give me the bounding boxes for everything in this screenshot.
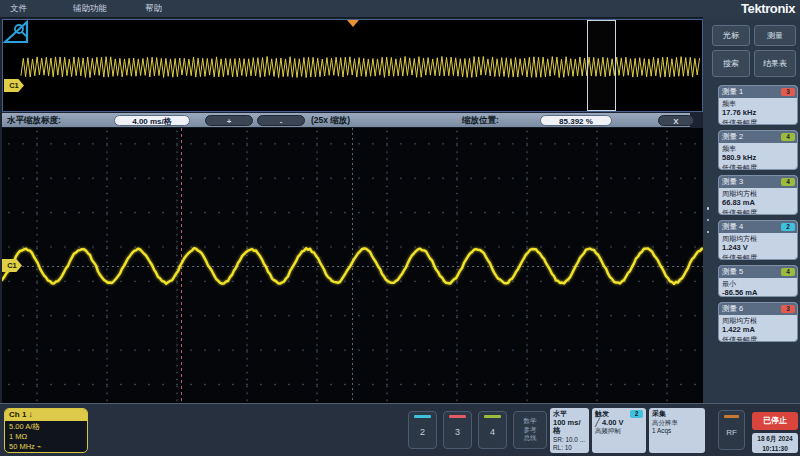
zoom-close-button[interactable]: X — [658, 115, 694, 126]
measurement-4-value: 1.243 V — [722, 243, 794, 253]
main-waveform-display[interactable]: C1 — [2, 128, 703, 403]
channel4-color-line — [484, 415, 501, 418]
right-sidebar: 光标 测量 搜索 结果表 测量 1 3 频率 17.76 kHz 低信号幅度 测… — [703, 17, 800, 403]
measurement-1-source-badge: 3 — [781, 88, 795, 96]
measurement-6-source-badge: 3 — [781, 305, 795, 313]
measurement-4-note: 低信号幅度 — [722, 253, 794, 261]
measurement-6-value: 1.422 mA — [722, 325, 794, 335]
trigger-slope-icon: ╱ — [595, 418, 600, 427]
measurement-6-note: 低信号幅度 — [722, 335, 794, 343]
horizontal-zoom-bar: 水平缩放标度: 4.00 ms/格 + - (25x 缩放) 缩放位置: 85.… — [2, 113, 690, 128]
zoom-out-button[interactable]: - — [257, 115, 305, 126]
horizontal-sample-rate: SR: 10.0 ... — [553, 436, 586, 445]
cursor-button[interactable]: 光标 — [712, 25, 750, 46]
datetime-display: 18 6月 2024 10:11:30 — [752, 433, 798, 453]
acquisition-count: 1 Acqs — [652, 427, 702, 436]
measurement-4-title: 测量 4 — [722, 222, 743, 231]
measurement-2-note: 低信号幅度 — [722, 163, 794, 171]
zoom-position-label: 缩放位置: — [462, 113, 499, 127]
rf-button[interactable]: RF — [718, 410, 745, 450]
channel1-header: Ch 1 ↓ — [5, 409, 87, 421]
zoom-in-button[interactable]: + — [205, 115, 253, 126]
measurement-4-source-badge: 2 — [781, 223, 795, 231]
acquisition-badge[interactable]: 采集 高分辨率 1 Acqs — [649, 408, 705, 453]
horizontal-title: 水平 — [553, 409, 586, 419]
measurement-badge-3[interactable]: 测量 3 4 周期均方根 66.83 mA 低信号幅度 — [718, 175, 798, 215]
measurement-3-name: 周期均方根 — [722, 189, 794, 198]
channel1-impedance: 1 MΩ — [9, 432, 83, 442]
channel4-button[interactable]: 4 — [478, 411, 507, 449]
measurement-2-source-badge: 4 — [781, 133, 795, 141]
measurement-1-title: 测量 1 — [722, 87, 743, 96]
results-table-button[interactable]: 结果表 — [754, 50, 796, 77]
time-text: 10:11:30 — [752, 444, 798, 454]
horizontal-badge[interactable]: 水平 100 ms/格 SR: 10.0 ... RL: 10 Mpts — [550, 408, 589, 453]
channel3-color-line — [449, 415, 466, 418]
trigger-source-badge: 2 — [630, 410, 643, 418]
run-stop-status-button[interactable]: 已停止 — [752, 412, 798, 430]
measurement-6-name: 周期均方根 — [722, 316, 794, 325]
measurement-1-header: 测量 1 3 — [719, 86, 797, 98]
channel1-scale: 5.00 A/格 — [9, 422, 83, 432]
measurement-3-value: 66.83 mA — [722, 198, 794, 208]
menu-help[interactable]: 帮助 — [141, 0, 166, 17]
measurement-5-source-badge: 4 — [781, 268, 795, 276]
zoom-factor-label: (25x 缩放) — [311, 113, 350, 127]
waveform-overview[interactable]: C1 — [2, 19, 703, 112]
bandwidth-limit-icon: ⌁ — [37, 442, 42, 451]
measurement-badge-5[interactable]: 测量 5 4 最小 -86.56 mA — [718, 265, 798, 297]
acquisition-mode: 高分辨率 — [652, 419, 702, 428]
measurement-badge-1[interactable]: 测量 1 3 频率 17.76 kHz 低信号幅度 — [718, 85, 798, 125]
measurement-2-name: 频率 — [722, 144, 794, 153]
measurement-4-name: 周期均方根 — [722, 234, 794, 243]
rf-color-line — [724, 415, 739, 418]
channel1-badge[interactable]: Ch 1 ↓ 5.00 A/格 1 MΩ 50 MHz ⌁ — [4, 408, 88, 453]
zoom-scale-value[interactable]: 4.00 ms/格 — [114, 115, 190, 126]
search-button[interactable]: 搜索 — [712, 50, 750, 77]
channel2-color-line — [414, 415, 431, 418]
menu-bar: 文件 辅助功能 帮助 Tektronix — [0, 0, 800, 18]
measurement-3-title: 测量 3 — [722, 177, 743, 186]
channel2-button[interactable]: 2 — [408, 411, 437, 449]
measurement-badge-2[interactable]: 测量 2 4 频率 580.9 kHz 低信号幅度 — [718, 130, 798, 170]
expansion-point-marker-icon — [347, 20, 359, 27]
measurement-5-value: -86.56 mA — [722, 288, 794, 297]
zoom-window-box[interactable] — [587, 20, 616, 111]
measurement-badge-4[interactable]: 测量 4 2 周期均方根 1.243 V 低信号幅度 — [718, 220, 798, 260]
measurement-3-note: 低信号幅度 — [722, 208, 794, 216]
tektronix-logo: Tektronix — [741, 0, 795, 17]
measurement-5-name: 最小 — [722, 279, 794, 288]
sidebar-drag-handle[interactable] — [705, 207, 711, 233]
zoom-scale-label: 水平缩放标度: — [7, 113, 61, 127]
measurement-3-source-badge: 4 — [781, 178, 795, 186]
horizontal-record-length: RL: 10 Mpts — [553, 444, 586, 456]
oscilloscope-screen: 文件 辅助功能 帮助 Tektronix C1 水平缩放标度: 4.00 ms/… — [0, 0, 800, 456]
menu-file[interactable]: 文件 — [6, 0, 31, 17]
horizontal-scale: 100 ms/格 — [553, 419, 586, 436]
channel1-offset-arrow-icon: ↓ — [29, 410, 33, 419]
trigger-mode: 高频抑制 — [595, 427, 643, 436]
date-text: 18 6月 2024 — [752, 434, 798, 444]
zoom-position-value[interactable]: 85.392 % — [540, 115, 612, 126]
acquisition-title: 采集 — [652, 409, 702, 419]
trigger-level: 4.00 V — [602, 418, 624, 427]
overview-zoom-icon[interactable] — [3, 20, 29, 44]
channel3-button[interactable]: 3 — [443, 411, 472, 449]
measurement-6-title: 测量 6 — [722, 304, 743, 313]
measurement-1-value: 17.76 kHz — [722, 108, 794, 118]
channel1-label: Ch 1 — [9, 410, 26, 419]
math-ref-bus-button[interactable]: 数学 参考 总线 — [513, 411, 547, 449]
measurement-1-name: 频率 — [722, 99, 794, 108]
measurement-badge-6[interactable]: 测量 6 3 周期均方根 1.422 mA 低信号幅度 — [718, 302, 798, 342]
menu-utility[interactable]: 辅助功能 — [69, 0, 111, 17]
trigger-badge[interactable]: 触发 2 ╱ 4.00 V 高频抑制 — [592, 408, 646, 453]
settings-bar: Ch 1 ↓ 5.00 A/格 1 MΩ 50 MHz ⌁ 2 3 4 数学 参… — [0, 403, 800, 456]
measurement-2-value: 580.9 kHz — [722, 153, 794, 163]
measure-button[interactable]: 测量 — [754, 25, 796, 46]
channel1-waveform — [2, 128, 703, 403]
trigger-title: 触发 — [595, 410, 609, 417]
measurement-1-note: 低信号幅度 — [722, 118, 794, 126]
channel1-bandwidth: 50 MHz ⌁ — [9, 442, 83, 452]
measurement-2-title: 测量 2 — [722, 132, 743, 141]
measurement-5-title: 测量 5 — [722, 267, 743, 276]
